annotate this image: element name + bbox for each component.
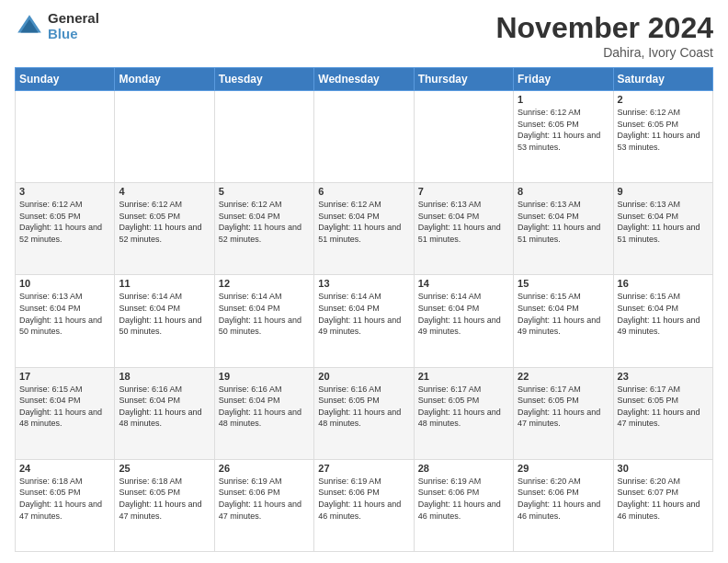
calendar-cell: 21Sunrise: 6:17 AM Sunset: 6:05 PM Dayli…: [414, 367, 513, 459]
calendar-cell: 16Sunrise: 6:15 AM Sunset: 6:04 PM Dayli…: [613, 275, 712, 367]
day-number: 8: [518, 186, 609, 197]
day-number: 6: [318, 186, 409, 197]
calendar-week-2: 10Sunrise: 6:13 AM Sunset: 6:04 PM Dayli…: [16, 275, 713, 367]
day-info: Sunrise: 6:12 AM Sunset: 6:04 PM Dayligh…: [219, 199, 310, 245]
day-info: Sunrise: 6:13 AM Sunset: 6:04 PM Dayligh…: [518, 199, 609, 245]
day-number: 23: [618, 371, 709, 382]
calendar-cell: 23Sunrise: 6:17 AM Sunset: 6:05 PM Dayli…: [613, 367, 712, 459]
day-info: Sunrise: 6:17 AM Sunset: 6:05 PM Dayligh…: [618, 384, 709, 430]
calendar-cell: 13Sunrise: 6:14 AM Sunset: 6:04 PM Dayli…: [314, 275, 414, 367]
calendar-cell: 7Sunrise: 6:13 AM Sunset: 6:04 PM Daylig…: [414, 183, 513, 275]
day-info: Sunrise: 6:14 AM Sunset: 6:04 PM Dayligh…: [119, 291, 210, 337]
calendar-body: 1Sunrise: 6:12 AM Sunset: 6:05 PM Daylig…: [16, 91, 713, 552]
day-info: Sunrise: 6:17 AM Sunset: 6:05 PM Dayligh…: [418, 384, 509, 430]
calendar-cell: 19Sunrise: 6:16 AM Sunset: 6:04 PM Dayli…: [214, 367, 313, 459]
calendar-cell: 22Sunrise: 6:17 AM Sunset: 6:05 PM Dayli…: [514, 367, 613, 459]
day-info: Sunrise: 6:20 AM Sunset: 6:07 PM Dayligh…: [618, 476, 709, 522]
logo-icon: [15, 12, 44, 41]
calendar-cell: 24Sunrise: 6:18 AM Sunset: 6:05 PM Dayli…: [16, 459, 115, 551]
calendar-cell: 6Sunrise: 6:12 AM Sunset: 6:04 PM Daylig…: [314, 183, 414, 275]
day-info: Sunrise: 6:16 AM Sunset: 6:05 PM Dayligh…: [318, 384, 409, 430]
calendar-cell: 30Sunrise: 6:20 AM Sunset: 6:07 PM Dayli…: [613, 459, 712, 551]
month-title: November 2024: [495, 11, 713, 45]
day-number: 24: [19, 463, 110, 474]
day-info: Sunrise: 6:18 AM Sunset: 6:05 PM Dayligh…: [119, 476, 210, 522]
day-number: 13: [318, 278, 409, 289]
day-number: 19: [219, 371, 310, 382]
calendar-cell: 1Sunrise: 6:12 AM Sunset: 6:05 PM Daylig…: [514, 91, 613, 183]
day-number: 16: [618, 278, 709, 289]
calendar-cell: 25Sunrise: 6:18 AM Sunset: 6:05 PM Dayli…: [115, 459, 214, 551]
calendar-cell: 17Sunrise: 6:15 AM Sunset: 6:04 PM Dayli…: [16, 367, 115, 459]
calendar-cell: 10Sunrise: 6:13 AM Sunset: 6:04 PM Dayli…: [16, 275, 115, 367]
calendar-cell: 8Sunrise: 6:13 AM Sunset: 6:04 PM Daylig…: [514, 183, 613, 275]
header: General Blue November 2024 Dahira, Ivory…: [15, 11, 713, 60]
day-info: Sunrise: 6:13 AM Sunset: 6:04 PM Dayligh…: [418, 199, 509, 245]
calendar-cell: 4Sunrise: 6:12 AM Sunset: 6:05 PM Daylig…: [115, 183, 214, 275]
calendar-cell: 11Sunrise: 6:14 AM Sunset: 6:04 PM Dayli…: [115, 275, 214, 367]
calendar-cell: 27Sunrise: 6:19 AM Sunset: 6:06 PM Dayli…: [314, 459, 414, 551]
calendar-cell: 9Sunrise: 6:13 AM Sunset: 6:04 PM Daylig…: [613, 183, 712, 275]
day-number: 9: [618, 186, 709, 197]
col-saturday: Saturday: [613, 68, 712, 91]
title-area: November 2024 Dahira, Ivory Coast: [495, 11, 713, 60]
day-info: Sunrise: 6:15 AM Sunset: 6:04 PM Dayligh…: [19, 384, 110, 430]
calendar-cell: 18Sunrise: 6:16 AM Sunset: 6:04 PM Dayli…: [115, 367, 214, 459]
day-number: 2: [618, 94, 709, 105]
day-info: Sunrise: 6:12 AM Sunset: 6:04 PM Dayligh…: [318, 199, 409, 245]
location: Dahira, Ivory Coast: [495, 45, 713, 60]
calendar-cell: 2Sunrise: 6:12 AM Sunset: 6:05 PM Daylig…: [613, 91, 712, 183]
day-info: Sunrise: 6:12 AM Sunset: 6:05 PM Dayligh…: [618, 107, 709, 153]
day-number: 14: [418, 278, 509, 289]
day-number: 1: [518, 94, 609, 105]
day-number: 25: [119, 463, 210, 474]
day-info: Sunrise: 6:19 AM Sunset: 6:06 PM Dayligh…: [219, 476, 310, 522]
day-info: Sunrise: 6:15 AM Sunset: 6:04 PM Dayligh…: [618, 291, 709, 337]
calendar-cell: [314, 91, 414, 183]
page: General Blue November 2024 Dahira, Ivory…: [0, 0, 728, 563]
logo-text: General Blue: [48, 11, 99, 41]
day-info: Sunrise: 6:13 AM Sunset: 6:04 PM Dayligh…: [19, 291, 110, 337]
calendar: Sunday Monday Tuesday Wednesday Thursday…: [15, 67, 713, 552]
col-sunday: Sunday: [16, 68, 115, 91]
calendar-header: Sunday Monday Tuesday Wednesday Thursday…: [16, 68, 713, 91]
day-info: Sunrise: 6:15 AM Sunset: 6:04 PM Dayligh…: [518, 291, 609, 337]
calendar-cell: 14Sunrise: 6:14 AM Sunset: 6:04 PM Dayli…: [414, 275, 513, 367]
calendar-cell: [115, 91, 214, 183]
day-info: Sunrise: 6:12 AM Sunset: 6:05 PM Dayligh…: [119, 199, 210, 245]
logo-general: General: [48, 11, 99, 27]
day-info: Sunrise: 6:14 AM Sunset: 6:04 PM Dayligh…: [318, 291, 409, 337]
day-info: Sunrise: 6:19 AM Sunset: 6:06 PM Dayligh…: [318, 476, 409, 522]
day-info: Sunrise: 6:14 AM Sunset: 6:04 PM Dayligh…: [418, 291, 509, 337]
day-number: 5: [219, 186, 310, 197]
calendar-cell: 12Sunrise: 6:14 AM Sunset: 6:04 PM Dayli…: [214, 275, 313, 367]
day-info: Sunrise: 6:17 AM Sunset: 6:05 PM Dayligh…: [518, 384, 609, 430]
calendar-week-4: 24Sunrise: 6:18 AM Sunset: 6:05 PM Dayli…: [16, 459, 713, 551]
day-info: Sunrise: 6:13 AM Sunset: 6:04 PM Dayligh…: [618, 199, 709, 245]
calendar-cell: 20Sunrise: 6:16 AM Sunset: 6:05 PM Dayli…: [314, 367, 414, 459]
calendar-cell: [16, 91, 115, 183]
calendar-week-3: 17Sunrise: 6:15 AM Sunset: 6:04 PM Dayli…: [16, 367, 713, 459]
day-number: 21: [418, 371, 509, 382]
day-number: 12: [219, 278, 310, 289]
day-info: Sunrise: 6:12 AM Sunset: 6:05 PM Dayligh…: [518, 107, 609, 153]
day-number: 11: [119, 278, 210, 289]
calendar-cell: 28Sunrise: 6:19 AM Sunset: 6:06 PM Dayli…: [414, 459, 513, 551]
day-info: Sunrise: 6:18 AM Sunset: 6:05 PM Dayligh…: [19, 476, 110, 522]
col-tuesday: Tuesday: [214, 68, 313, 91]
col-friday: Friday: [514, 68, 613, 91]
calendar-cell: 3Sunrise: 6:12 AM Sunset: 6:05 PM Daylig…: [16, 183, 115, 275]
day-number: 29: [518, 463, 609, 474]
calendar-week-1: 3Sunrise: 6:12 AM Sunset: 6:05 PM Daylig…: [16, 183, 713, 275]
day-info: Sunrise: 6:12 AM Sunset: 6:05 PM Dayligh…: [19, 199, 110, 245]
day-number: 4: [119, 186, 210, 197]
calendar-cell: 26Sunrise: 6:19 AM Sunset: 6:06 PM Dayli…: [214, 459, 313, 551]
logo-blue: Blue: [48, 27, 99, 42]
calendar-cell: [414, 91, 513, 183]
day-number: 17: [19, 371, 110, 382]
day-info: Sunrise: 6:20 AM Sunset: 6:06 PM Dayligh…: [518, 476, 609, 522]
logo: General Blue: [15, 11, 99, 41]
day-number: 28: [418, 463, 509, 474]
col-thursday: Thursday: [414, 68, 513, 91]
header-row: Sunday Monday Tuesday Wednesday Thursday…: [16, 68, 713, 91]
